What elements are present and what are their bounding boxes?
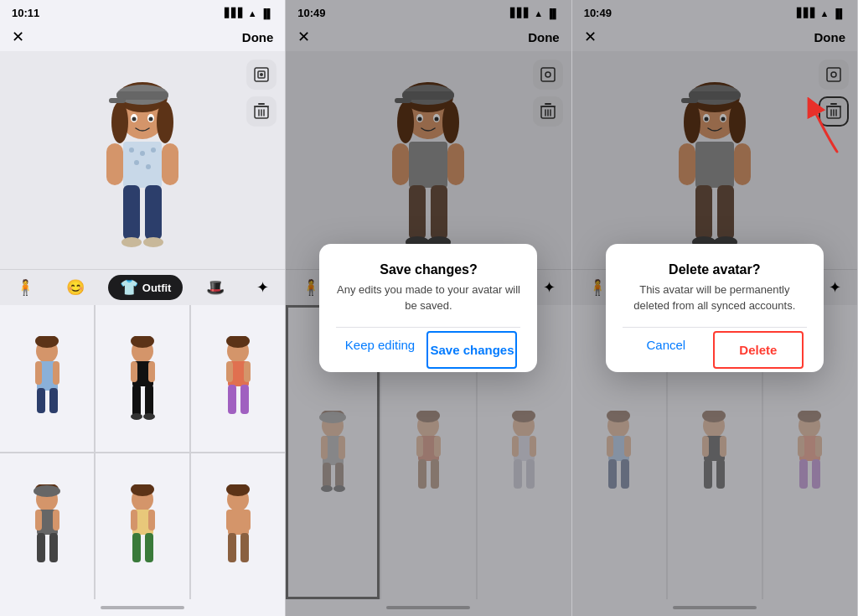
phone-panel-2: 10:49 ▋▋▋ ▲ ▐▌ ✕ Done bbox=[286, 0, 571, 616]
outfit-cell-1-2[interactable] bbox=[96, 305, 189, 452]
svg-rect-66 bbox=[131, 510, 137, 531]
svg-point-24 bbox=[134, 160, 139, 165]
svg-point-30 bbox=[121, 237, 142, 247]
svg-rect-69 bbox=[145, 533, 153, 562]
tab-outfit-1[interactable]: 👕 Outfit bbox=[108, 275, 183, 300]
svg-point-19 bbox=[149, 117, 153, 122]
save-changes-button[interactable]: Save changes bbox=[426, 331, 517, 369]
outfit-cell-1-3[interactable] bbox=[191, 305, 285, 452]
tab-style-1[interactable]: ✦ bbox=[248, 275, 277, 300]
modal-body-2: Any edits you made to your avatar will b… bbox=[336, 282, 520, 313]
modal-title-2: Save changes? bbox=[336, 262, 520, 277]
svg-rect-51 bbox=[226, 361, 233, 382]
outfit-cell-2-2[interactable] bbox=[96, 453, 189, 600]
battery-icon: ▐▌ bbox=[261, 8, 274, 18]
svg-rect-52 bbox=[244, 361, 251, 382]
svg-rect-28 bbox=[123, 185, 140, 240]
tab-hat-1[interactable]: 🎩 bbox=[198, 275, 233, 300]
signal-icon: ▋▋▋ bbox=[225, 8, 245, 18]
phone-panel-1: 10:11 ▋▋▋ ▲ ▐▌ ✕ Done bbox=[0, 0, 286, 616]
svg-rect-74 bbox=[244, 510, 251, 531]
face-icon: 😊 bbox=[66, 278, 85, 297]
outfit-cell-2-1[interactable] bbox=[0, 453, 94, 600]
svg-rect-27 bbox=[162, 143, 178, 185]
modal-title-3: Delete avatar? bbox=[623, 262, 807, 277]
delete-avatar-modal-overlay: Delete avatar? This avatar will be perma… bbox=[572, 0, 857, 616]
svg-rect-76 bbox=[240, 533, 249, 562]
svg-rect-75 bbox=[228, 533, 236, 562]
svg-rect-37 bbox=[37, 388, 45, 413]
outfit-grid-1 bbox=[0, 305, 285, 599]
svg-point-22 bbox=[140, 151, 145, 156]
outfit-cell-1-1[interactable] bbox=[0, 305, 94, 452]
svg-rect-38 bbox=[49, 388, 58, 413]
save-photos-button-1[interactable] bbox=[246, 60, 277, 90]
status-icons-1: ▋▋▋ ▲ ▐▌ bbox=[225, 8, 273, 18]
svg-point-25 bbox=[146, 164, 151, 169]
status-bar-1: 10:11 ▋▋▋ ▲ ▐▌ bbox=[0, 0, 285, 23]
svg-rect-45 bbox=[145, 385, 153, 417]
svg-rect-29 bbox=[145, 185, 162, 240]
keep-editing-button[interactable]: Keep editing bbox=[336, 328, 423, 372]
style-icon: ✦ bbox=[256, 278, 269, 297]
phone-panel-3: 10:49 ▋▋▋ ▲ ▐▌ ✕ Done bbox=[572, 0, 858, 616]
save-changes-modal-overlay: Save changes? Any edits you made to your… bbox=[286, 0, 571, 616]
svg-rect-20 bbox=[123, 142, 162, 188]
home-indicator-1 bbox=[0, 599, 285, 616]
delete-button-1[interactable] bbox=[246, 96, 277, 127]
svg-point-31 bbox=[143, 237, 163, 247]
svg-rect-61 bbox=[37, 533, 45, 562]
svg-rect-62 bbox=[49, 533, 58, 562]
save-changes-modal: Save changes? Any edits you made to your… bbox=[319, 244, 537, 371]
nav-bar-1: ✕ Done bbox=[0, 23, 285, 51]
icon-btn-group-1 bbox=[246, 60, 277, 127]
close-button-1[interactable]: ✕ bbox=[12, 28, 24, 46]
tab-outfit-label-1: Outfit bbox=[142, 282, 172, 294]
svg-rect-36 bbox=[53, 361, 59, 385]
svg-rect-54 bbox=[240, 385, 249, 414]
svg-point-18 bbox=[132, 117, 137, 122]
svg-point-23 bbox=[151, 148, 156, 153]
svg-rect-26 bbox=[106, 143, 123, 185]
body-icon: 🧍 bbox=[16, 278, 34, 297]
cancel-delete-button[interactable]: Cancel bbox=[623, 328, 710, 372]
hat-icon: 🎩 bbox=[206, 278, 225, 297]
svg-rect-43 bbox=[148, 361, 155, 382]
modal-body-3: This avatar will be permanently deleted … bbox=[623, 282, 807, 313]
svg-rect-44 bbox=[132, 385, 141, 417]
svg-point-47 bbox=[143, 413, 155, 420]
modal-actions-2: Keep editing Save changes bbox=[336, 327, 520, 372]
tab-bar-1: 🧍 😊 👕 Outfit 🎩 ✦ bbox=[0, 269, 285, 305]
svg-point-46 bbox=[131, 413, 142, 420]
avatar-figure-1 bbox=[88, 76, 197, 269]
svg-point-21 bbox=[129, 148, 134, 153]
tab-body-1[interactable]: 🧍 bbox=[8, 275, 43, 300]
status-time-1: 10:11 bbox=[12, 7, 39, 19]
svg-rect-53 bbox=[228, 385, 236, 414]
svg-rect-60 bbox=[53, 510, 59, 531]
done-button-1[interactable]: Done bbox=[242, 30, 274, 44]
home-bar-1 bbox=[101, 606, 184, 609]
svg-rect-42 bbox=[131, 361, 137, 382]
svg-point-11 bbox=[111, 101, 128, 143]
svg-rect-59 bbox=[35, 510, 42, 531]
outfit-icon: 👕 bbox=[120, 278, 138, 297]
wifi-icon: ▲ bbox=[248, 8, 257, 18]
avatar-preview-1 bbox=[0, 51, 285, 269]
svg-rect-68 bbox=[132, 533, 141, 562]
delete-avatar-modal: Delete avatar? This avatar will be perma… bbox=[606, 244, 824, 371]
outfit-cell-2-3[interactable] bbox=[191, 453, 285, 600]
svg-point-12 bbox=[157, 101, 173, 143]
svg-point-57 bbox=[34, 485, 60, 497]
tab-face-1[interactable]: 😊 bbox=[58, 275, 93, 300]
svg-rect-35 bbox=[35, 361, 42, 385]
confirm-delete-button[interactable]: Delete bbox=[713, 331, 804, 369]
svg-rect-67 bbox=[148, 510, 155, 531]
red-arrow-annotation bbox=[795, 97, 845, 159]
modal-actions-3: Cancel Delete bbox=[623, 327, 807, 372]
svg-rect-73 bbox=[226, 510, 233, 531]
svg-point-2 bbox=[260, 73, 263, 76]
svg-rect-15 bbox=[109, 98, 126, 103]
